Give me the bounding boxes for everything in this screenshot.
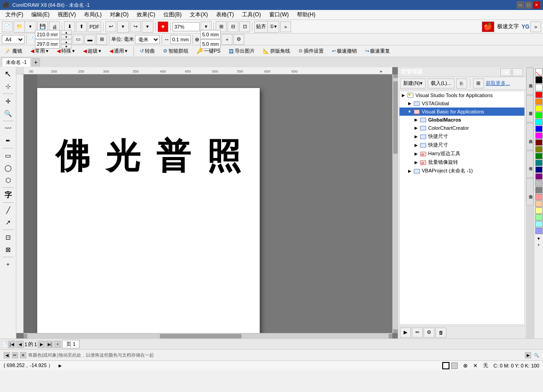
color-red[interactable] xyxy=(535,92,543,98)
color-scroll-down[interactable]: ▼ xyxy=(535,235,543,242)
tree-toggle-0[interactable]: ▶ xyxy=(400,93,406,98)
more-button[interactable]: » xyxy=(280,21,291,32)
add-page-btn[interactable]: + xyxy=(2,259,15,270)
width-down[interactable]: ▼ xyxy=(61,34,72,39)
right-icon-5[interactable]: 颜色和谐 xyxy=(526,178,533,206)
grid-button[interactable]: ⊟ xyxy=(227,21,238,32)
paste-button[interactable]: 贴齐 xyxy=(255,21,268,32)
menu-file[interactable]: 文件(F) xyxy=(2,10,27,20)
restore-button[interactable]: □ xyxy=(525,1,532,9)
height-up[interactable]: ▲ xyxy=(61,39,72,44)
color-magenta[interactable] xyxy=(535,132,543,139)
tree-item-harry[interactable]: ▶ M Harry巡边工具 xyxy=(400,149,524,158)
page-settings-btn[interactable]: ⚙ xyxy=(233,34,244,45)
tree-item-colorchartcreator[interactable]: ▶ ColorChartCreator xyxy=(400,124,524,132)
text-tool[interactable]: 字 xyxy=(2,189,15,201)
color-navy[interactable] xyxy=(535,167,543,173)
unit-select[interactable]: 毫米 xyxy=(135,35,160,44)
plugin-undo[interactable]: ↩ 极速撤销 xyxy=(329,47,360,55)
tab-add-button[interactable]: + xyxy=(32,58,40,66)
transform-tool[interactable]: ✛ xyxy=(2,95,15,107)
portrait-btn[interactable]: ▭ xyxy=(73,34,84,44)
right-icon-2[interactable]: 对象管理器 xyxy=(526,95,533,122)
color-olive[interactable] xyxy=(535,146,543,152)
width-input[interactable] xyxy=(35,30,60,39)
tree-item-vbaproject[interactable]: ▶ VBAProject (未命名 -1) xyxy=(400,167,524,175)
scrollbar-v-down[interactable] xyxy=(393,329,398,333)
select-tool[interactable]: ↖ xyxy=(2,68,15,80)
status-nav-right[interactable]: ▶ xyxy=(525,352,531,358)
menu-table[interactable]: 表格(T) xyxy=(212,10,237,20)
welcome-btn[interactable]: ★ xyxy=(158,21,168,32)
tab-document[interactable]: 未命名 -1 xyxy=(2,58,31,67)
color-purple[interactable] xyxy=(535,173,543,180)
color-teal[interactable] xyxy=(535,160,543,166)
macro-copy-btn[interactable]: ⎘ xyxy=(456,78,467,88)
status-edit-btn[interactable]: ✏ xyxy=(12,352,18,358)
page-add-btn[interactable]: + xyxy=(222,34,232,45)
tree-toggle-3[interactable]: ▶ xyxy=(413,117,419,122)
tree-toggle-5[interactable]: ▶ xyxy=(413,134,419,139)
landscape-btn[interactable]: ▬ xyxy=(84,34,95,44)
nudge-input[interactable] xyxy=(170,35,191,44)
macro-options-btn[interactable]: ⚙ xyxy=(424,328,434,338)
tree-item-vba[interactable]: ▼ Visual Basic for Applications xyxy=(400,108,524,116)
macro-delete-btn[interactable]: 🗑 xyxy=(435,328,446,338)
canvas-viewport[interactable]: 佛 光 普 照 xyxy=(24,74,392,333)
color-lightgreen[interactable] xyxy=(535,214,543,220)
color-white[interactable] xyxy=(535,84,543,91)
tree-item-shortcut2[interactable]: ▶ 快捷尺寸 xyxy=(400,141,524,149)
color-darkred[interactable] xyxy=(535,139,543,146)
scrollbar-h-right[interactable] xyxy=(389,334,392,338)
menu-view[interactable]: 视图(V) xyxy=(54,10,79,20)
more-right[interactable]: » xyxy=(530,21,541,32)
scrollbar-v-thumb[interactable] xyxy=(393,81,398,154)
freehand-tool[interactable]: 〰 xyxy=(2,122,15,134)
undo-button[interactable]: ↩ xyxy=(105,21,116,32)
open-button[interactable]: 📁 xyxy=(14,21,25,32)
shadow-tool[interactable]: ⊡ xyxy=(2,231,15,243)
plugin-special[interactable]: ◀ 特殊 ▾ xyxy=(54,47,78,55)
plugin-super[interactable]: ◀ 超级 ▾ xyxy=(80,47,104,55)
scrollbar-h-thumb[interactable] xyxy=(160,334,242,338)
no-fill-swatch[interactable] xyxy=(535,68,543,75)
status-close-btn[interactable]: ✕ xyxy=(20,352,26,358)
publish-pdf[interactable]: PDF xyxy=(88,21,101,32)
tree-toggle-8[interactable]: ▶ xyxy=(413,160,419,165)
plugin-ps[interactable]: 🔑 一键PS xyxy=(193,47,224,55)
macro-sort-btn[interactable]: ⊞ xyxy=(473,78,484,88)
scrollbar-horizontal[interactable] xyxy=(24,333,392,338)
scrollbar-vertical[interactable] xyxy=(392,74,398,333)
x-input[interactable] xyxy=(200,30,221,39)
menu-text[interactable]: 文本(X) xyxy=(186,10,212,20)
tree-toggle-6[interactable]: ▶ xyxy=(413,142,419,148)
color-cyan[interactable] xyxy=(535,119,543,125)
macro-load-btn[interactable]: 载入(L)... xyxy=(428,78,454,88)
color-orange[interactable] xyxy=(535,98,543,105)
page-last-btn[interactable]: ▶| xyxy=(46,341,53,348)
menu-object[interactable]: 对象(O) xyxy=(106,10,132,20)
plugin-redo[interactable]: ↪ 极速重复 xyxy=(362,47,393,55)
fill-swatch[interactable] xyxy=(442,362,449,369)
macro-close-btn[interactable]: ✕ xyxy=(512,68,523,76)
pen-tool[interactable]: ✒ xyxy=(2,135,15,147)
tree-toggle-2[interactable]: ▼ xyxy=(407,109,412,114)
zoom-tool[interactable]: 🔍 xyxy=(2,108,15,119)
menu-tools[interactable]: 工具(O) xyxy=(238,10,264,20)
page-next-btn[interactable]: ▶ xyxy=(38,341,45,348)
close-button[interactable]: ✕ xyxy=(533,1,540,9)
color-silver[interactable] xyxy=(535,180,543,186)
page-first-btn[interactable]: |◀ xyxy=(8,341,15,348)
plugin-mirror[interactable]: 🪄 魔镜 xyxy=(2,47,25,55)
scrollbar-h-left[interactable] xyxy=(24,334,27,338)
tree-item-globalmacros[interactable]: ▶ GlobalMacros xyxy=(400,116,524,124)
connector-tool[interactable]: ↗ xyxy=(2,216,15,228)
open-dropdown[interactable]: ▾ xyxy=(25,21,36,32)
right-icon-4[interactable]: 符号管理 xyxy=(526,151,533,178)
right-icon-1[interactable]: 对象属性 xyxy=(526,68,533,95)
color-darkgreen[interactable] xyxy=(535,153,543,159)
page-prev-btn[interactable]: ◀ xyxy=(16,341,24,348)
menu-effects[interactable]: 效果(C) xyxy=(133,10,159,20)
snap-button[interactable]: ⊡ xyxy=(239,21,250,32)
redo-button[interactable]: ↪ xyxy=(130,21,141,32)
